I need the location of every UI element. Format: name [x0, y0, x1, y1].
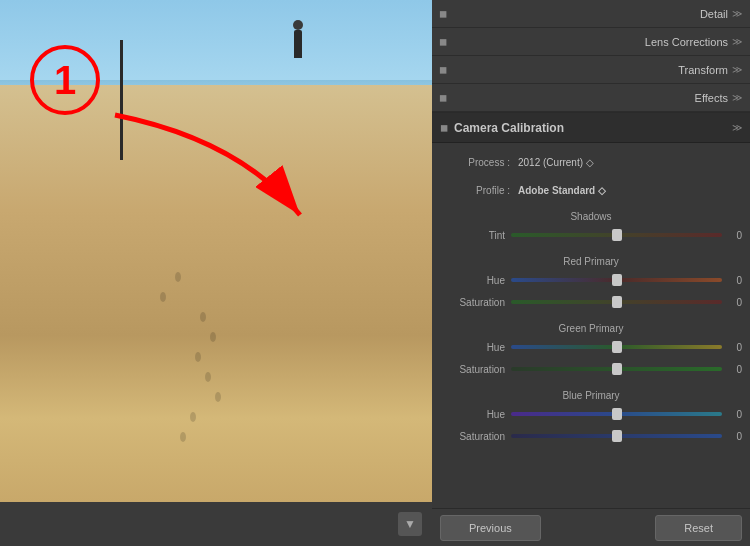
- collapse-icon-effects: ◼: [436, 91, 450, 105]
- blue-sat-thumb[interactable]: [612, 430, 622, 442]
- calibration-content: Process : 2012 (Current) ◇ Profile : Ado…: [432, 143, 750, 508]
- blue-sat-value: 0: [728, 431, 742, 442]
- expand-icon-effects: ≫: [732, 92, 742, 103]
- sidebar-item-lens[interactable]: ◼ Lens Corrections ≫: [432, 28, 750, 56]
- green-hue-value: 0: [728, 342, 742, 353]
- process-row: Process : 2012 (Current) ◇: [432, 149, 750, 175]
- shadows-section-title: Shadows: [432, 207, 750, 224]
- expand-icon-lens: ≫: [732, 36, 742, 47]
- blue-sat-slider[interactable]: [511, 434, 722, 438]
- red-hue-slider[interactable]: [511, 278, 722, 282]
- person-silhouette: [294, 30, 302, 58]
- sidebar-label-detail: Detail: [432, 8, 728, 20]
- calibration-title: Camera Calibration: [454, 121, 564, 135]
- photo-area: 1: [0, 0, 432, 502]
- sidebar-item-effects[interactable]: ◼ Effects ≫: [432, 84, 750, 112]
- green-hue-label: Hue: [440, 342, 505, 353]
- green-primary-title: Green Primary: [432, 319, 750, 336]
- calibration-collapse-icon: ◼: [440, 122, 448, 133]
- red-primary-title: Red Primary: [432, 252, 750, 269]
- green-hue-row: Hue 0: [432, 336, 750, 358]
- blue-hue-slider[interactable]: [511, 412, 722, 416]
- green-sat-slider[interactable]: [511, 367, 722, 371]
- shadows-tint-label: Tint: [440, 230, 505, 241]
- blue-hue-value: 0: [728, 409, 742, 420]
- blue-sat-row: Saturation 0: [432, 425, 750, 447]
- sidebar-label-lens: Lens Corrections: [432, 36, 728, 48]
- green-sat-row: Saturation 0: [432, 358, 750, 380]
- red-hue-row: Hue 0: [432, 269, 750, 291]
- collapse-icon-lens: ◼: [436, 35, 450, 49]
- red-hue-label: Hue: [440, 275, 505, 286]
- process-value[interactable]: 2012 (Current) ◇: [518, 157, 594, 168]
- reset-button[interactable]: Reset: [655, 515, 742, 541]
- green-sat-label: Saturation: [440, 364, 505, 375]
- bottom-bar: Previous Reset: [432, 508, 750, 546]
- green-hue-thumb[interactable]: [612, 341, 622, 353]
- beach-sand: [0, 85, 432, 502]
- green-hue-slider[interactable]: [511, 345, 722, 349]
- menu-section: ◼ Detail ≫ ◼ Lens Corrections ≫ ◼ Transf…: [432, 0, 750, 113]
- scroll-down-button[interactable]: ▼: [398, 512, 422, 536]
- profile-label: Profile :: [440, 185, 510, 196]
- shadows-tint-row: Tint 0: [432, 224, 750, 246]
- beach-sky: [0, 0, 432, 90]
- beach-pole: [120, 40, 123, 160]
- calibration-header-left: ◼ Camera Calibration: [440, 121, 564, 135]
- blue-hue-row: Hue 0: [432, 403, 750, 425]
- shadows-tint-value: 0: [728, 230, 742, 241]
- collapse-icon-detail: ◼: [436, 7, 450, 21]
- process-label: Process :: [440, 157, 510, 168]
- red-sat-value: 0: [728, 297, 742, 308]
- sidebar-label-transform: Transform: [432, 64, 728, 76]
- red-sat-row: Saturation 0: [432, 291, 750, 313]
- expand-icon-transform: ≫: [732, 64, 742, 75]
- sidebar-label-effects: Effects: [432, 92, 728, 104]
- profile-row: Profile : Adobe Standard ◇: [432, 177, 750, 203]
- sidebar-item-detail[interactable]: ◼ Detail ≫: [432, 0, 750, 28]
- photo-bottom-bar: ▼: [0, 502, 432, 546]
- expand-icon-detail: ≫: [732, 8, 742, 19]
- profile-value[interactable]: Adobe Standard ◇: [518, 185, 606, 196]
- blue-hue-label: Hue: [440, 409, 505, 420]
- shadows-tint-thumb[interactable]: [612, 229, 622, 241]
- blue-hue-thumb[interactable]: [612, 408, 622, 420]
- calibration-expand-icon: ≫: [732, 122, 742, 133]
- red-sat-thumb[interactable]: [612, 296, 622, 308]
- red-hue-thumb[interactable]: [612, 274, 622, 286]
- green-sat-thumb[interactable]: [612, 363, 622, 375]
- collapse-icon-transform: ◼: [436, 63, 450, 77]
- green-sat-value: 0: [728, 364, 742, 375]
- sidebar-item-transform[interactable]: ◼ Transform ≫: [432, 56, 750, 84]
- red-sat-label: Saturation: [440, 297, 505, 308]
- shadows-tint-slider[interactable]: [511, 233, 722, 237]
- calibration-panel-header[interactable]: ◼ Camera Calibration ≫: [432, 113, 750, 143]
- previous-button[interactable]: Previous: [440, 515, 541, 541]
- red-hue-value: 0: [728, 275, 742, 286]
- blue-sat-label: Saturation: [440, 431, 505, 442]
- blue-primary-title: Blue Primary: [432, 386, 750, 403]
- right-panel: ◼ Detail ≫ ◼ Lens Corrections ≫ ◼ Transf…: [432, 0, 750, 546]
- red-sat-slider[interactable]: [511, 300, 722, 304]
